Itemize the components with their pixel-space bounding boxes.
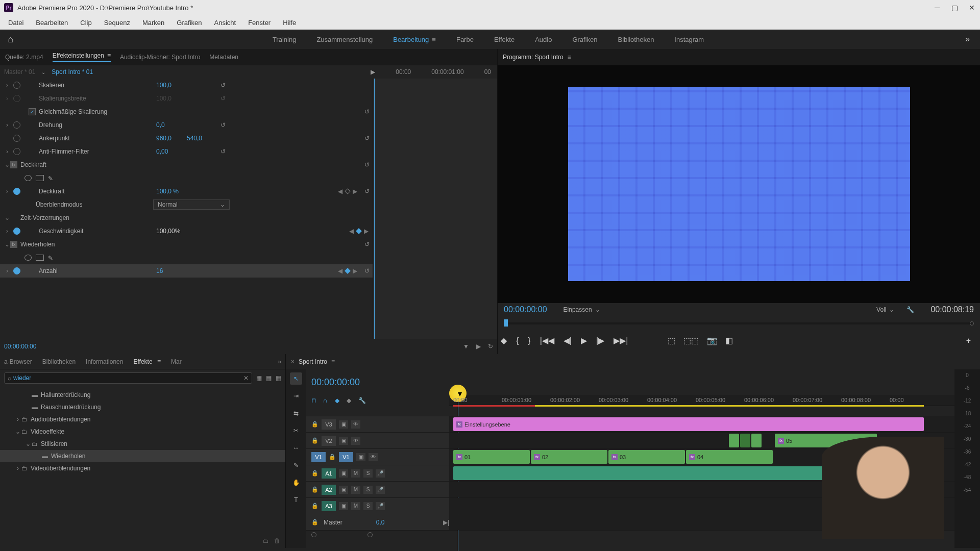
go-to-end-icon[interactable]: ▶| <box>443 519 449 526</box>
value-anker-y[interactable]: 540,0 <box>187 135 217 142</box>
workspace-zusammenstellung[interactable]: Zusammenstellung <box>314 34 375 45</box>
tree-item-stilisieren[interactable]: ⌄🗀Stilisieren <box>0 438 285 450</box>
effect-zeitverzerrungen-header[interactable]: ⌄fx Zeit-Verzerrungen <box>0 211 373 224</box>
marker-icon[interactable]: ◆ <box>335 397 339 404</box>
prop-gleichmassige-skalierung[interactable]: ✓ Gleichmäßige Skalierung ↺ <box>0 105 373 118</box>
selection-tool-icon[interactable]: ↖ <box>290 372 302 385</box>
ellipse-mask-icon[interactable] <box>24 175 32 181</box>
mute-icon[interactable]: M <box>351 502 360 510</box>
close-panel-icon[interactable]: × <box>291 358 295 365</box>
active-clip-label[interactable]: Sport Intro * 01 <box>52 68 93 76</box>
workspace-bibliotheken[interactable]: Bibliotheken <box>616 34 656 45</box>
lock-icon[interactable]: 🔒 <box>329 454 336 460</box>
insert-icon[interactable]: ◆ <box>347 397 351 404</box>
track-label-master[interactable]: Master <box>322 519 342 526</box>
play-icon[interactable]: ▶ <box>476 343 481 350</box>
go-to-out-icon[interactable]: ▶▶| <box>614 336 628 345</box>
close-button[interactable]: ✕ <box>968 4 976 12</box>
minimize-button[interactable]: ─ <box>933 4 941 12</box>
voice-over-icon[interactable]: 🎤 <box>376 469 385 478</box>
lock-icon[interactable]: 🔒 <box>311 437 318 444</box>
track-label-a1[interactable]: A1 <box>322 468 336 479</box>
clip-einstellungsebene[interactable]: fx Einstellungsebene <box>453 417 924 431</box>
reset-icon[interactable]: ↺ <box>217 82 229 89</box>
value-deckkraft[interactable]: 100,0 % <box>156 188 217 195</box>
mark-in-icon[interactable]: { <box>516 336 519 345</box>
reset-icon[interactable]: ↺ <box>361 108 373 115</box>
track-select-tool-icon[interactable]: ⇥ <box>290 390 302 402</box>
tab-informationen[interactable]: Informationen <box>86 358 123 365</box>
lock-icon[interactable]: 🔒 <box>311 503 318 509</box>
menu-grafiken[interactable]: Grafiken <box>172 17 207 29</box>
toggle-output-icon[interactable]: ▣ <box>339 486 348 494</box>
maximize-button[interactable]: ▢ <box>950 4 959 12</box>
type-tool-icon[interactable]: T <box>290 494 302 506</box>
stopwatch-icon[interactable] <box>13 82 20 89</box>
add-keyframe-icon[interactable] <box>345 268 350 273</box>
toggle-visibility-icon[interactable]: 👁 <box>351 420 360 429</box>
reset-icon[interactable]: ↺ <box>361 135 373 142</box>
linked-selection-icon[interactable]: ∩ <box>323 397 328 404</box>
video-clip[interactable]: fx02 <box>531 450 607 464</box>
preset-bin-icon[interactable]: ▦ <box>276 374 281 382</box>
workspace-farbe[interactable]: Farbe <box>454 34 476 45</box>
pen-mask-icon[interactable]: ✎ <box>48 175 56 181</box>
tree-item-videoberblendungen[interactable]: ›🗀Videoüberblendungen <box>0 462 285 474</box>
ellipse-mask-icon[interactable] <box>24 255 32 261</box>
rect-mask-icon[interactable] <box>36 255 44 261</box>
toggle-visibility-icon[interactable]: 👁 <box>351 437 360 445</box>
track-label-v2[interactable]: V2 <box>322 436 336 446</box>
prop-ankerpunkt[interactable]: Ankerpunkt 960,0 540,0 ↺ <box>0 132 373 145</box>
reset-icon[interactable]: ↺ <box>361 188 373 195</box>
tab-effekte[interactable]: Effekte ≡ <box>133 358 161 365</box>
value-geschwindigkeit[interactable]: 100,00% <box>156 228 217 235</box>
step-back-icon[interactable]: ◀| <box>564 336 572 345</box>
value-antiflimmer[interactable]: 0,00 <box>156 148 217 155</box>
prop-drehung[interactable]: › Drehung 0,0 ↺ <box>0 118 373 132</box>
toggle-output-icon[interactable]: ▣ <box>339 437 348 445</box>
tab-audiomischer[interactable]: Audioclip-Mischer: Sport Intro <box>120 54 200 61</box>
program-scrubber[interactable] <box>504 318 974 331</box>
export-frame-icon[interactable]: 📷 <box>707 336 717 345</box>
video-clip[interactable]: fx01 <box>453 450 530 464</box>
video-clip[interactable]: fx04 <box>686 450 773 464</box>
reset-icon[interactable]: ↺ <box>217 121 229 129</box>
reset-icon[interactable]: ↺ <box>361 267 373 274</box>
toggle-visibility-icon[interactable]: 👁 <box>369 453 378 461</box>
program-timecode-current[interactable]: 00:00:00:00 <box>504 305 547 314</box>
next-keyframe-icon[interactable]: ▶ <box>364 228 369 235</box>
go-to-in-icon[interactable]: |◀◀ <box>540 336 554 345</box>
tab-metadaten[interactable]: Metadaten <box>209 54 238 61</box>
tree-item-audioberblendungen[interactable]: ›🗀Audioüberblendungen <box>0 413 285 425</box>
effect-timecode[interactable]: 00:00:00:00 <box>4 343 36 350</box>
pen-tool-icon[interactable]: ✎ <box>290 459 302 471</box>
play-icon[interactable]: ▶ <box>581 336 587 345</box>
video-clip-fragment[interactable] <box>751 434 762 447</box>
workspace-overflow-icon[interactable]: » <box>959 35 976 44</box>
tab-effekteinstellungen[interactable]: Effekteinstellungen≡ <box>53 52 111 62</box>
rect-mask-icon[interactable] <box>36 175 44 181</box>
new-bin-icon[interactable]: 🗀 <box>263 537 269 544</box>
lock-icon[interactable]: 🔒 <box>311 519 318 525</box>
workspace-bearbeitung[interactable]: Bearbeitung≡ <box>391 34 438 45</box>
clear-search-icon[interactable]: ✕ <box>243 374 249 382</box>
next-keyframe-icon[interactable]: ▶ <box>353 188 357 195</box>
value-skalieren[interactable]: 100,0 <box>156 82 217 89</box>
tabs-overflow-icon[interactable]: » <box>278 358 281 365</box>
settings-icon[interactable]: 🔧 <box>906 306 914 313</box>
stopwatch-icon[interactable] <box>13 148 20 155</box>
hand-tool-icon[interactable]: ✋ <box>290 477 302 489</box>
tab-media-browser[interactable]: a-Browser <box>4 358 32 365</box>
lock-icon[interactable]: 🔒 <box>311 421 318 428</box>
prev-keyframe-icon[interactable]: ◀ <box>338 267 342 274</box>
solo-icon[interactable]: S <box>363 469 373 478</box>
filter-icon[interactable]: ▼ <box>463 343 469 350</box>
effect-deckkraft-header[interactable]: ⌄fx Deckkraft ↺ <box>0 158 373 171</box>
workspace-menu-icon[interactable]: ≡ <box>432 36 436 43</box>
zoom-fit-dropdown[interactable]: Einpassen⌄ <box>564 306 600 313</box>
voice-over-icon[interactable]: 🎤 <box>376 502 385 510</box>
menu-bearbeiten[interactable]: Bearbeiten <box>31 17 73 29</box>
stopwatch-icon[interactable] <box>13 135 20 142</box>
fx-badge-icon[interactable]: fx <box>10 161 17 168</box>
lock-icon[interactable]: 🔒 <box>311 486 318 493</box>
